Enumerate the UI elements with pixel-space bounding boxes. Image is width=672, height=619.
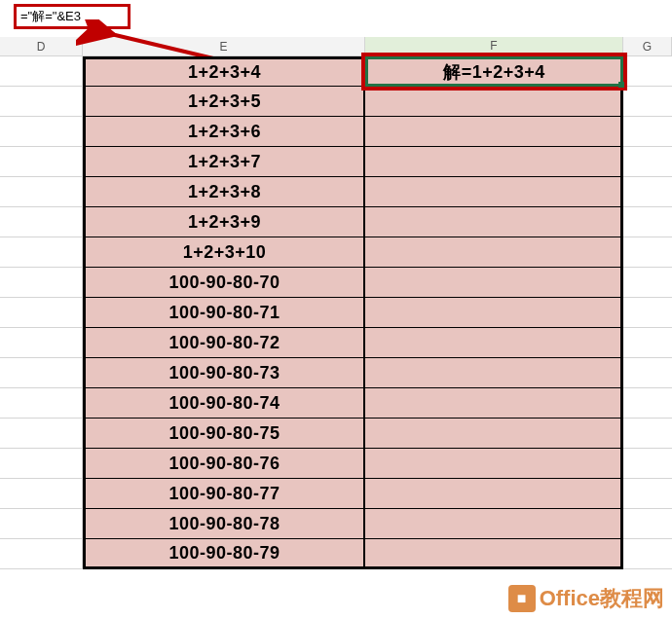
cell-blank[interactable] [0,449,83,479]
cell-blank[interactable] [623,388,672,419]
cell-blank[interactable] [623,539,672,569]
table-row: 1+2+3+10 [0,237,672,268]
formula-bar[interactable]: ="解="&E3 [14,4,131,29]
cell-blank[interactable] [623,358,672,388]
cell-blank[interactable] [0,207,83,237]
spreadsheet-grid: 1+2+3+4 解=1+2+3+4 1+2+3+5 1+2+3+6 1+2+3+… [0,56,672,569]
col-header-g[interactable]: G [623,37,672,56]
cell-blank[interactable] [623,509,672,539]
cell-e[interactable]: 1+2+3+9 [83,207,365,237]
cell-blank[interactable] [0,87,83,117]
cell-f[interactable] [365,268,623,298]
col-header-d[interactable]: D [0,37,83,56]
cell-f[interactable] [365,449,623,479]
cell-e[interactable]: 1+2+3+8 [83,177,365,207]
cell-blank[interactable] [0,539,83,569]
cell-blank[interactable] [623,449,672,479]
cell-f[interactable] [365,328,623,358]
table-row: 1+2+3+6 [0,117,672,147]
table-row: 100-90-80-73 [0,358,672,388]
cell-blank[interactable] [0,479,83,509]
cell-e[interactable]: 100-90-80-71 [83,298,365,328]
cell-blank[interactable] [0,268,83,298]
cell-blank[interactable] [0,388,83,419]
cell-blank[interactable] [623,237,672,268]
cell-e[interactable]: 100-90-80-76 [83,449,365,479]
table-row: 100-90-80-75 [0,419,672,449]
table-row: 100-90-80-77 [0,479,672,509]
cell-e[interactable]: 1+2+3+5 [83,87,365,117]
cell-e[interactable]: 1+2+3+4 [83,56,365,87]
cell-f[interactable] [365,539,623,569]
formula-text: ="解="&E3 [20,8,81,25]
cell-e[interactable]: 100-90-80-79 [83,539,365,569]
col-header-e[interactable]: E [83,37,365,56]
cell-f[interactable] [365,237,623,268]
cell-blank[interactable] [0,419,83,449]
cell-f[interactable] [365,87,623,117]
cell-e[interactable]: 100-90-80-70 [83,268,365,298]
table-row: 1+2+3+5 [0,87,672,117]
cell-e[interactable]: 100-90-80-73 [83,358,365,388]
watermark: ■ Office 教程网 [508,584,664,613]
table-row: 1+2+3+7 [0,147,672,177]
cell-e[interactable]: 100-90-80-77 [83,479,365,509]
table-row: 100-90-80-78 [0,509,672,539]
cell-f[interactable] [365,117,623,147]
cell-e[interactable]: 100-90-80-78 [83,509,365,539]
cell-blank[interactable] [623,56,672,87]
cell-f[interactable] [365,358,623,388]
cell-e[interactable]: 1+2+3+10 [83,237,365,268]
cell-f[interactable] [365,207,623,237]
cell-e[interactable]: 1+2+3+6 [83,117,365,147]
cell-blank[interactable] [0,328,83,358]
cell-blank[interactable] [623,298,672,328]
cell-blank[interactable] [623,117,672,147]
cell-blank[interactable] [0,509,83,539]
cell-blank[interactable] [0,298,83,328]
table-row: 1+2+3+4 解=1+2+3+4 [0,56,672,87]
cell-f[interactable] [365,388,623,419]
cell-e[interactable]: 100-90-80-72 [83,328,365,358]
table-row: 100-90-80-72 [0,328,672,358]
cell-blank[interactable] [623,147,672,177]
cell-f[interactable] [365,298,623,328]
table-row: 100-90-80-74 [0,388,672,419]
table-row: 100-90-80-79 [0,539,672,569]
office-logo-icon: ■ [508,585,536,612]
cell-blank[interactable] [623,328,672,358]
cell-blank[interactable] [0,117,83,147]
table-row: 1+2+3+8 [0,177,672,207]
watermark-brand: Office [540,586,600,611]
cell-f-selected[interactable]: 解=1+2+3+4 [365,56,623,87]
cell-f[interactable] [365,509,623,539]
column-headers: D E F G [0,37,672,56]
cell-blank[interactable] [0,147,83,177]
cell-e[interactable]: 100-90-80-74 [83,388,365,419]
cell-blank[interactable] [623,479,672,509]
cell-e[interactable]: 100-90-80-75 [83,419,365,449]
table-row: 100-90-80-71 [0,298,672,328]
cell-blank[interactable] [623,419,672,449]
cell-f[interactable] [365,419,623,449]
cell-f[interactable] [365,147,623,177]
cell-blank[interactable] [623,268,672,298]
cell-f[interactable] [365,479,623,509]
cell-blank[interactable] [0,237,83,268]
cell-e[interactable]: 1+2+3+7 [83,147,365,177]
cell-blank[interactable] [623,207,672,237]
col-header-f[interactable]: F [365,37,623,56]
table-row: 1+2+3+9 [0,207,672,237]
cell-blank[interactable] [0,177,83,207]
cell-blank[interactable] [623,87,672,117]
table-row: 100-90-80-70 [0,268,672,298]
cell-blank[interactable] [0,56,83,87]
watermark-suffix: 教程网 [600,584,664,613]
cell-blank[interactable] [623,177,672,207]
table-row: 100-90-80-76 [0,449,672,479]
cell-blank[interactable] [0,358,83,388]
cell-f[interactable] [365,177,623,207]
